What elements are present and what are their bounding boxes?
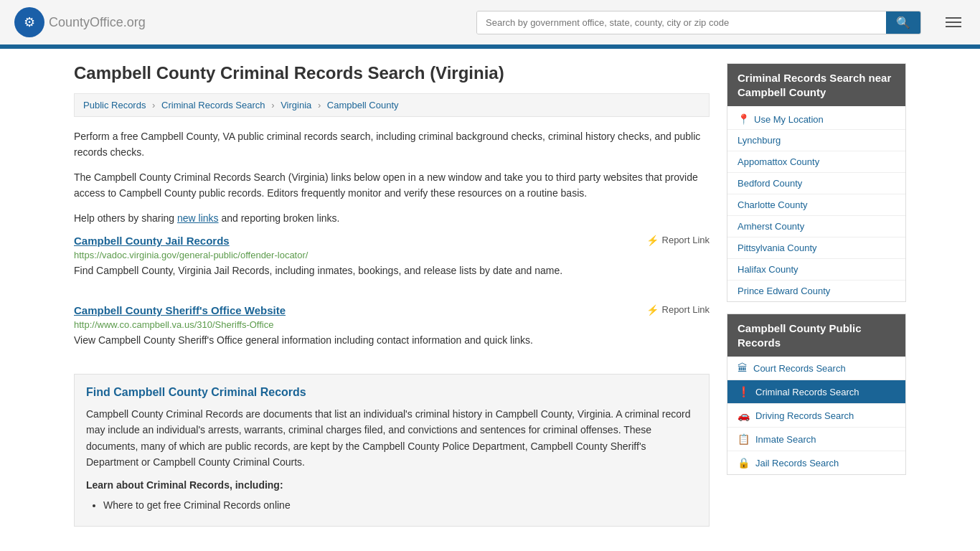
nearby-link-7[interactable]: Prince Edward County bbox=[727, 281, 905, 301]
nearby-link-1[interactable]: Appomattox County bbox=[727, 151, 905, 172]
pub-record-link-2[interactable]: 🚗Driving Records Search bbox=[727, 404, 905, 427]
record-title-0[interactable]: Campbell County Jail Records bbox=[74, 235, 230, 247]
use-location-label: Use My Location bbox=[754, 114, 824, 125]
nearby-section: Criminal Records Search near Campbell Co… bbox=[727, 63, 906, 302]
nearby-section-title: Criminal Records Search near Campbell Co… bbox=[727, 64, 905, 106]
broken-link-icon-1: ⚡ bbox=[646, 304, 659, 316]
pub-record-item-3: 📋Inmate Search bbox=[727, 428, 905, 451]
record-entry-1: Campbell County Sheriff's Office Website… bbox=[74, 304, 710, 355]
pub-record-item-4: 🔒Jail Records Search bbox=[727, 451, 905, 474]
description-3-post: and reporting broken links. bbox=[219, 212, 340, 224]
report-label-1: Report Link bbox=[662, 304, 710, 315]
learn-title: Learn about Criminal Records, including: bbox=[86, 479, 697, 491]
pub-record-label-4: Jail Records Search bbox=[755, 458, 839, 468]
record-desc-1: View Campbell County Sheriff's Office ge… bbox=[74, 333, 710, 348]
nearby-link-4[interactable]: Amherst County bbox=[727, 216, 905, 237]
nearby-link-item-5: Pittsylvania County bbox=[727, 237, 905, 259]
pub-record-label-0: Court Records Search bbox=[753, 363, 846, 374]
search-button[interactable]: 🔍 bbox=[886, 11, 920, 34]
logo-icon: ⚙ bbox=[14, 7, 44, 37]
record-desc-0: Find Campbell County, Virginia Jail Reco… bbox=[74, 263, 710, 278]
nearby-links-list: LynchburgAppomattox CountyBedford County… bbox=[727, 130, 905, 301]
record-header-1: Campbell County Sheriff's Office Website… bbox=[74, 304, 710, 316]
pub-record-link-1[interactable]: ❗Criminal Records Search bbox=[727, 380, 905, 403]
find-section: Find Campbell County Criminal Records Ca… bbox=[74, 374, 710, 527]
record-header-0: Campbell County Jail Records ⚡ Report Li… bbox=[74, 235, 710, 247]
breadcrumb-criminal-records-search[interactable]: Criminal Records Search bbox=[161, 100, 265, 110]
public-records-title: Campbell County Public Records bbox=[727, 314, 905, 357]
pub-record-label-2: Driving Records Search bbox=[755, 410, 854, 421]
nearby-link-item-7: Prince Edward County bbox=[727, 281, 905, 301]
pub-record-icon-0: 🏛 bbox=[738, 362, 748, 374]
pub-record-icon-4: 🔒 bbox=[738, 457, 750, 468]
sidebar: Criminal Records Search near Campbell Co… bbox=[727, 63, 906, 538]
pub-record-link-0[interactable]: 🏛Court Records Search bbox=[727, 357, 905, 380]
public-records-section: Campbell County Public Records 🏛Court Re… bbox=[727, 314, 906, 475]
site-header: ⚙ CountyOffice.org 🔍 bbox=[0, 0, 980, 47]
pub-record-icon-2: 🚗 bbox=[738, 410, 750, 421]
pub-record-item-2: 🚗Driving Records Search bbox=[727, 404, 905, 428]
records-container: Campbell County Jail Records ⚡ Report Li… bbox=[74, 235, 710, 355]
content-area: Campbell County Criminal Records Search … bbox=[74, 63, 710, 538]
breadcrumb-sep-3: › bbox=[318, 100, 321, 110]
find-section-body: Campbell County Criminal Records are doc… bbox=[86, 406, 697, 471]
nearby-link-item-3: Charlotte County bbox=[727, 194, 905, 216]
record-url-1: http://www.co.campbell.va.us/310/Sheriff… bbox=[74, 319, 710, 330]
logo-link[interactable]: ⚙ CountyOffice.org bbox=[14, 7, 146, 37]
main-container: Campbell County Criminal Records Search … bbox=[60, 49, 920, 538]
record-entry-0: Campbell County Jail Records ⚡ Report Li… bbox=[74, 235, 710, 286]
report-label-0: Report Link bbox=[662, 235, 710, 245]
nearby-link-item-2: Bedford County bbox=[727, 173, 905, 194]
pub-record-icon-3: 📋 bbox=[738, 433, 750, 445]
menu-line-3 bbox=[946, 26, 961, 27]
pub-record-item-0: 🏛Court Records Search bbox=[727, 357, 905, 380]
nearby-link-3[interactable]: Charlotte County bbox=[727, 194, 905, 215]
nearby-link-5[interactable]: Pittsylvania County bbox=[727, 237, 905, 258]
description-3-pre: Help others by sharing bbox=[74, 212, 177, 224]
pub-record-link-4[interactable]: 🔒Jail Records Search bbox=[727, 451, 905, 474]
nearby-link-0[interactable]: Lynchburg bbox=[727, 130, 905, 151]
report-link-1[interactable]: ⚡ Report Link bbox=[646, 304, 710, 316]
nearby-link-item-6: Halifax County bbox=[727, 259, 905, 281]
pub-record-link-3[interactable]: 📋Inmate Search bbox=[727, 428, 905, 451]
learn-list: Where to get free Criminal Records onlin… bbox=[86, 496, 697, 514]
new-links-link[interactable]: new links bbox=[177, 212, 219, 224]
description-1: Perform a free Campbell County, VA publi… bbox=[74, 128, 710, 161]
use-my-location-link[interactable]: 📍 Use My Location bbox=[727, 106, 905, 130]
menu-button[interactable] bbox=[941, 13, 966, 32]
breadcrumb-sep-1: › bbox=[152, 100, 155, 110]
location-icon: 📍 bbox=[738, 113, 750, 125]
logo-text: CountyOffice.org bbox=[49, 15, 146, 30]
page-title: Campbell County Criminal Records Search … bbox=[74, 63, 710, 83]
pub-record-label-1: Criminal Records Search bbox=[755, 387, 859, 397]
breadcrumb-sep-2: › bbox=[271, 100, 274, 110]
find-section-title: Find Campbell County Criminal Records bbox=[86, 386, 697, 399]
description-3: Help others by sharing new links and rep… bbox=[74, 210, 710, 226]
learn-item-0: Where to get free Criminal Records onlin… bbox=[103, 496, 697, 514]
report-link-0[interactable]: ⚡ Report Link bbox=[646, 235, 710, 246]
breadcrumb: Public Records › Criminal Records Search… bbox=[74, 93, 710, 117]
breadcrumb-virginia[interactable]: Virginia bbox=[281, 100, 311, 110]
nearby-link-item-4: Amherst County bbox=[727, 216, 905, 237]
record-url-0: https://vadoc.virginia.gov/general-publi… bbox=[74, 250, 710, 260]
record-title-1[interactable]: Campbell County Sheriff's Office Website bbox=[74, 304, 286, 316]
pub-record-item-1: ❗Criminal Records Search bbox=[727, 380, 905, 404]
broken-link-icon-0: ⚡ bbox=[646, 235, 659, 246]
description-2: The Campbell County Criminal Records Sea… bbox=[74, 169, 710, 202]
breadcrumb-public-records[interactable]: Public Records bbox=[83, 100, 146, 110]
search-input[interactable] bbox=[477, 11, 886, 34]
public-records-links-list: 🏛Court Records Search❗Criminal Records S… bbox=[727, 357, 905, 474]
menu-line-2 bbox=[946, 22, 961, 23]
nearby-link-item-0: Lynchburg bbox=[727, 130, 905, 151]
nearby-link-2[interactable]: Bedford County bbox=[727, 173, 905, 194]
nearby-link-item-1: Appomattox County bbox=[727, 151, 905, 173]
pub-record-icon-1: ❗ bbox=[738, 386, 750, 397]
breadcrumb-campbell-county[interactable]: Campbell County bbox=[327, 100, 399, 110]
search-bar: 🔍 bbox=[476, 11, 921, 34]
nearby-link-6[interactable]: Halifax County bbox=[727, 259, 905, 280]
pub-record-label-3: Inmate Search bbox=[755, 434, 816, 445]
menu-line-1 bbox=[946, 17, 961, 19]
